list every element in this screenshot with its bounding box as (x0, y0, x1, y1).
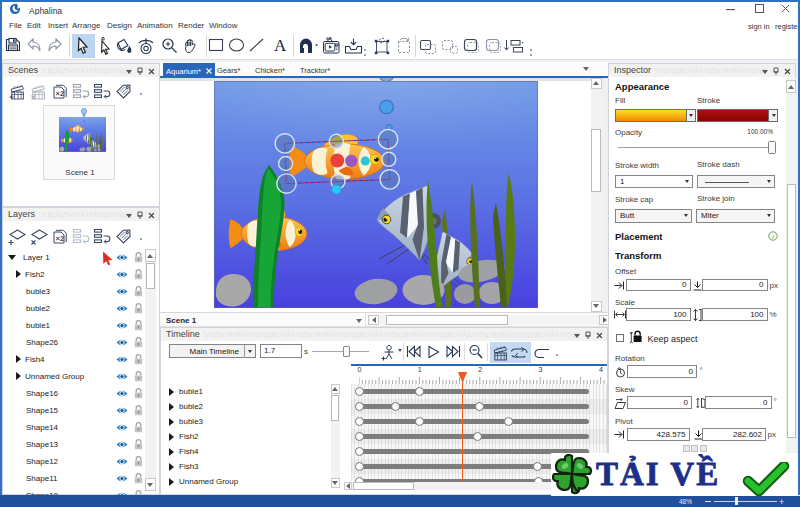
svg-text:i: i (772, 233, 774, 241)
